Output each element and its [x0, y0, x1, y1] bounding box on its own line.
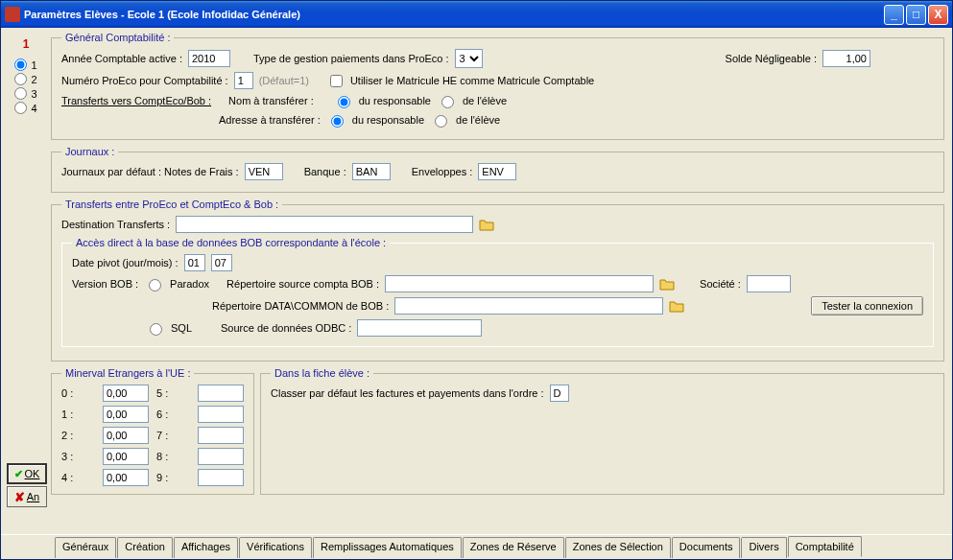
minerval-7[interactable]: [198, 427, 244, 444]
sidebar-radio-2[interactable]: [14, 73, 27, 85]
minimize-button[interactable]: _: [884, 5, 904, 25]
pivot-mois-input[interactable]: [211, 254, 232, 271]
minerval-8[interactable]: [198, 448, 244, 465]
tab-documents[interactable]: Documents: [672, 537, 741, 558]
tab-zones-de-r-serve[interactable]: Zones de Réserve: [463, 537, 564, 558]
minerval-6[interactable]: [198, 406, 244, 423]
acces-legend: Accès direct à la base de données BOB co…: [72, 237, 390, 248]
tab-v-rifications[interactable]: Vérifications: [239, 537, 312, 558]
fiche-group: Dans la fiche élève : Classer par défaut…: [260, 367, 944, 495]
numero-hint: (Défaut=1): [259, 75, 309, 86]
tab-bar: GénérauxCréationAffichagesVérificationsR…: [1, 534, 952, 559]
matricule-checkbox[interactable]: [330, 75, 343, 87]
solde-input[interactable]: [822, 50, 870, 67]
folder-icon[interactable]: [479, 218, 494, 231]
general-group: Général Comptabilité : Année Comptable a…: [51, 32, 944, 140]
paradox-radio[interactable]: [149, 279, 161, 292]
titlebar: Paramètres Elèves - Ecole 1 (Ecole Infod…: [1, 1, 952, 28]
journaux-legend: Journaux :: [61, 146, 118, 157]
sidebar: 1 1 2 3 4: [1, 28, 51, 534]
minerval-4[interactable]: [103, 469, 149, 486]
adr-label: Adresse à transférer :: [219, 114, 321, 126]
check-icon: ✔: [14, 468, 23, 480]
classer-input[interactable]: [550, 385, 569, 402]
general-legend: Général Comptabilité :: [61, 32, 174, 43]
transferts-group: Transferts entre ProEco et ComptEco & Bo…: [51, 198, 944, 362]
sidebar-radio-4[interactable]: [14, 102, 27, 114]
app-icon: [5, 7, 20, 22]
fiche-legend: Dans la fiche élève :: [271, 367, 373, 379]
cross-icon: ✘: [14, 490, 25, 504]
maximize-button[interactable]: □: [906, 5, 926, 25]
matricule-label: Utiliser le Matricule HE comme Matricule…: [350, 75, 594, 86]
version-label: Version BOB :: [72, 278, 138, 290]
banque-input[interactable]: [352, 163, 391, 180]
annee-input[interactable]: [188, 50, 230, 67]
nom-resp-radio[interactable]: [338, 96, 350, 108]
odbc-input[interactable]: [357, 319, 482, 337]
adr-eleve-radio[interactable]: [435, 115, 447, 128]
minerval-9[interactable]: [198, 469, 244, 486]
minerval-1[interactable]: [103, 406, 149, 423]
folder-icon[interactable]: [669, 299, 684, 313]
nom-label: Nom à transférer :: [228, 95, 314, 106]
pivot-label: Date pivot (jour/mois) :: [72, 257, 179, 268]
minerval-5[interactable]: [198, 385, 244, 402]
close-button[interactable]: X: [928, 5, 948, 25]
societe-label: Société :: [700, 278, 741, 290]
rep-compta-label: Répertoire source compta BOB :: [226, 278, 379, 290]
type-select[interactable]: 3: [455, 49, 483, 68]
window-title: Paramètres Elèves - Ecole 1 (Ecole Infod…: [24, 9, 884, 20]
cancel-button[interactable]: ✘An: [7, 486, 47, 507]
type-label: Type de gestion paiements dans ProEco :: [253, 53, 449, 64]
odbc-label: Source de données ODBC :: [221, 322, 351, 334]
transferts-label: Transferts vers ComptEco/Bob :: [61, 95, 211, 106]
ok-button[interactable]: ✔OK: [7, 463, 47, 484]
tab-g-n-raux[interactable]: Généraux: [55, 537, 116, 558]
pivot-jour-input[interactable]: [184, 254, 205, 271]
acces-group: Accès direct à la base de données BOB co…: [61, 237, 934, 347]
nom-eleve-radio[interactable]: [441, 96, 454, 108]
notes-input[interactable]: [245, 163, 283, 180]
sidebar-header: 1: [23, 37, 30, 51]
numero-label: Numéro ProEco pour Comptabilité :: [61, 75, 228, 86]
tab-divers[interactable]: Divers: [741, 537, 786, 558]
societe-input[interactable]: [747, 275, 791, 292]
tab-affichages[interactable]: Affichages: [174, 537, 238, 558]
tab-cr-ation[interactable]: Création: [117, 537, 173, 558]
tab-remplissages-automatiques[interactable]: Remplissages Automatiques: [313, 537, 462, 558]
minerval-3[interactable]: [103, 448, 149, 465]
dest-input[interactable]: [176, 216, 473, 233]
classer-label: Classer par défaut les factures et payem…: [271, 387, 544, 399]
minerval-2[interactable]: [103, 427, 149, 444]
env-label: Enveloppes :: [412, 166, 473, 177]
numero-input[interactable]: [234, 72, 253, 89]
minerval-group: Minerval Etrangers à l'UE : 0 : 5 : 1 : …: [51, 367, 254, 495]
tester-button[interactable]: Tester la connexion: [811, 296, 923, 315]
journaux-group: Journaux : Journaux par défaut : Notes d…: [51, 146, 944, 193]
folder-icon[interactable]: [659, 277, 675, 291]
minerval-0[interactable]: [103, 385, 149, 402]
adr-resp-radio[interactable]: [331, 115, 344, 128]
transferts-legend: Transferts entre ProEco et ComptEco & Bo…: [61, 198, 282, 210]
annee-label: Année Comptable active :: [61, 53, 182, 64]
rep-compta-input[interactable]: [385, 275, 654, 292]
sidebar-radio-1[interactable]: [14, 58, 27, 71]
rep-common-input[interactable]: [394, 297, 663, 315]
sql-radio[interactable]: [150, 323, 162, 336]
env-input[interactable]: [478, 163, 516, 180]
solde-label: Solde Négligeable :: [726, 53, 817, 64]
tab-comptabilit-[interactable]: Comptabilité: [788, 536, 862, 557]
tab-zones-de-s-lection[interactable]: Zones de Sélection: [565, 537, 671, 558]
defaut-label: Journaux par défaut : Notes de Frais :: [61, 166, 239, 177]
dest-label: Destination Transferts :: [61, 219, 170, 230]
rep-common-label: Répertoire DATA\COMMON de BOB :: [212, 300, 389, 312]
banque-label: Banque :: [304, 166, 346, 177]
minerval-legend: Minerval Etrangers à l'UE :: [61, 367, 194, 379]
sidebar-radio-3[interactable]: [14, 87, 27, 100]
